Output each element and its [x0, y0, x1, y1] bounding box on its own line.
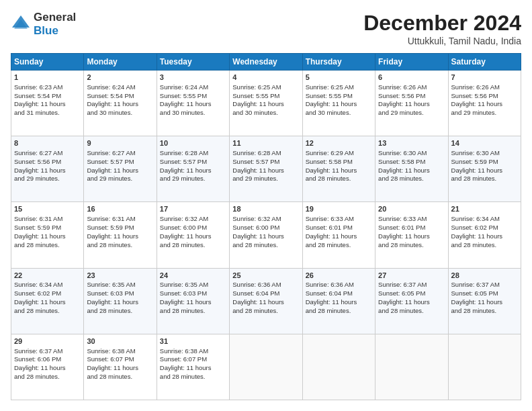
- calendar-cell: 26Sunrise: 6:36 AMSunset: 6:04 PMDayligh…: [302, 268, 375, 334]
- day-info: Sunrise: 6:32 AM: [232, 215, 299, 224]
- day-number: 7: [451, 73, 518, 83]
- day-info: Sunrise: 6:30 AM: [451, 149, 518, 158]
- calendar-cell: 13Sunrise: 6:30 AMSunset: 5:58 PMDayligh…: [375, 136, 448, 202]
- day-number: 16: [87, 204, 153, 214]
- day-info: Sunrise: 6:38 AM: [87, 347, 153, 356]
- day-info: Daylight: 11 hours: [232, 298, 299, 307]
- calendar-cell: 17Sunrise: 6:32 AMSunset: 6:00 PMDayligh…: [157, 202, 229, 268]
- day-info: Sunset: 6:04 PM: [306, 289, 372, 298]
- calendar-cell: 29Sunrise: 6:37 AMSunset: 6:06 PMDayligh…: [11, 334, 84, 400]
- day-number: 19: [306, 204, 372, 214]
- day-number: 13: [378, 138, 445, 148]
- day-number: 9: [87, 138, 153, 148]
- day-info: and 28 minutes.: [87, 307, 153, 316]
- day-info: Sunset: 5:59 PM: [451, 158, 518, 167]
- calendar-cell: 2Sunrise: 6:24 AMSunset: 5:54 PMDaylight…: [84, 71, 157, 136]
- day-info: Daylight: 11 hours: [160, 167, 226, 175]
- day-info: and 29 minutes.: [232, 175, 299, 183]
- day-info: Daylight: 11 hours: [306, 298, 372, 307]
- day-info: and 29 minutes.: [378, 109, 445, 118]
- day-header-monday: Monday: [84, 54, 157, 71]
- day-info: Sunrise: 6:31 AM: [87, 215, 153, 224]
- page: General Blue December 2024 Uttukkuli, Ta…: [0, 0, 532, 411]
- day-info: and 28 minutes.: [306, 241, 372, 250]
- day-info: Daylight: 11 hours: [87, 364, 153, 373]
- day-info: Sunrise: 6:29 AM: [306, 149, 372, 158]
- calendar-cell: 12Sunrise: 6:29 AMSunset: 5:58 PMDayligh…: [302, 136, 375, 202]
- day-info: Sunset: 5:55 PM: [160, 92, 226, 101]
- day-info: Sunrise: 6:34 AM: [14, 281, 81, 289]
- day-info: and 28 minutes.: [160, 241, 226, 250]
- day-number: 30: [87, 336, 153, 347]
- day-info: and 28 minutes.: [378, 241, 445, 250]
- calendar-cell: 16Sunrise: 6:31 AMSunset: 5:59 PMDayligh…: [84, 202, 157, 268]
- day-info: Sunrise: 6:24 AM: [87, 83, 153, 92]
- day-info: and 28 minutes.: [160, 373, 226, 381]
- day-number: 2: [87, 73, 153, 83]
- day-info: Sunset: 5:54 PM: [14, 92, 81, 101]
- day-number: 22: [14, 271, 81, 281]
- day-info: and 28 minutes.: [232, 307, 299, 316]
- day-info: Sunset: 5:55 PM: [306, 92, 372, 101]
- day-header-sunday: Sunday: [11, 54, 84, 71]
- day-info: Daylight: 11 hours: [160, 364, 226, 373]
- day-info: Sunset: 6:05 PM: [451, 289, 518, 298]
- day-info: Sunset: 5:58 PM: [378, 158, 445, 167]
- day-info: Daylight: 11 hours: [160, 298, 226, 307]
- day-number: 12: [306, 138, 372, 148]
- day-number: 10: [160, 138, 226, 148]
- day-number: 29: [14, 336, 81, 347]
- day-info: and 28 minutes.: [451, 175, 518, 183]
- day-header-thursday: Thursday: [302, 54, 375, 71]
- day-number: 27: [378, 271, 445, 281]
- day-number: 21: [451, 204, 518, 214]
- day-info: Sunrise: 6:31 AM: [14, 215, 81, 224]
- day-info: and 29 minutes.: [160, 175, 226, 183]
- day-info: Daylight: 11 hours: [14, 364, 81, 373]
- calendar-cell: 19Sunrise: 6:33 AMSunset: 6:01 PMDayligh…: [302, 202, 375, 268]
- calendar-cell: 4Sunrise: 6:25 AMSunset: 5:55 PMDaylight…: [230, 71, 302, 136]
- day-info: Sunrise: 6:28 AM: [232, 149, 299, 158]
- calendar-row-3: 15Sunrise: 6:31 AMSunset: 5:59 PMDayligh…: [11, 202, 521, 268]
- day-info: Sunset: 5:55 PM: [232, 92, 299, 101]
- day-info: Sunset: 6:03 PM: [87, 289, 153, 298]
- day-info: Sunrise: 6:36 AM: [306, 281, 372, 289]
- day-info: Daylight: 11 hours: [451, 232, 518, 241]
- location: Uttukkuli, Tamil Nadu, India: [363, 36, 521, 46]
- day-info: Daylight: 11 hours: [451, 298, 518, 307]
- day-info: and 28 minutes.: [14, 307, 81, 316]
- calendar-cell: 15Sunrise: 6:31 AMSunset: 5:59 PMDayligh…: [11, 202, 84, 268]
- day-info: Sunset: 6:00 PM: [160, 224, 226, 232]
- day-info: Sunrise: 6:24 AM: [160, 83, 226, 92]
- day-number: 8: [14, 138, 81, 148]
- day-info: Sunrise: 6:25 AM: [306, 83, 372, 92]
- day-info: Sunrise: 6:23 AM: [14, 83, 81, 92]
- calendar-cell: [448, 334, 521, 400]
- day-number: 1: [14, 73, 81, 83]
- header: General Blue December 2024 Uttukkuli, Ta…: [11, 11, 521, 46]
- day-number: 25: [232, 271, 299, 281]
- day-number: 3: [160, 73, 226, 83]
- calendar-cell: 10Sunrise: 6:28 AMSunset: 5:57 PMDayligh…: [157, 136, 229, 202]
- calendar-cell: 7Sunrise: 6:26 AMSunset: 5:56 PMDaylight…: [448, 71, 521, 136]
- day-info: and 28 minutes.: [14, 241, 81, 250]
- day-number: 11: [232, 138, 299, 148]
- day-info: Sunrise: 6:32 AM: [160, 215, 226, 224]
- logo-blue: Blue: [34, 24, 58, 37]
- day-info: Sunrise: 6:37 AM: [378, 281, 445, 289]
- day-number: 18: [232, 204, 299, 214]
- day-info: Sunset: 6:00 PM: [232, 224, 299, 232]
- calendar-cell: 14Sunrise: 6:30 AMSunset: 5:59 PMDayligh…: [448, 136, 521, 202]
- day-info: Sunset: 5:56 PM: [378, 92, 445, 101]
- calendar-cell: 5Sunrise: 6:25 AMSunset: 5:55 PMDaylight…: [302, 71, 375, 136]
- day-info: Sunrise: 6:26 AM: [378, 83, 445, 92]
- logo: General Blue: [11, 11, 76, 38]
- day-info: Daylight: 11 hours: [87, 167, 153, 175]
- month-title: December 2024: [363, 11, 521, 36]
- logo-image: [11, 14, 31, 34]
- day-info: Daylight: 11 hours: [306, 100, 372, 109]
- day-info: Sunrise: 6:34 AM: [451, 215, 518, 224]
- calendar-cell: 27Sunrise: 6:37 AMSunset: 6:05 PMDayligh…: [375, 268, 448, 334]
- calendar-cell: [375, 334, 448, 400]
- day-info: Daylight: 11 hours: [306, 232, 372, 241]
